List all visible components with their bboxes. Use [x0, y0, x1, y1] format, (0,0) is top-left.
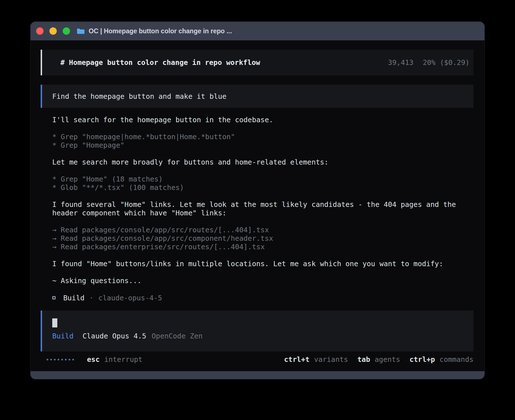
- esc-key-hint: esc: [87, 355, 100, 364]
- commands-label: commands: [440, 355, 473, 364]
- terminal-content: # Homepage button color change in repo w…: [30, 40, 485, 371]
- titlebar[interactable]: OC | Homepage button color change in rep…: [30, 22, 485, 40]
- agents-label: agents: [375, 355, 400, 364]
- assistant-text: I found "Home" buttons/links in multiple…: [52, 260, 473, 268]
- tool-call-read: → Read packages/console/app/src/routes/[…: [52, 226, 473, 234]
- terminal-window: OC | Homepage button color change in rep…: [30, 22, 485, 379]
- tab-key-hint: tab: [357, 355, 370, 364]
- model-label: Claude Opus 4.5: [82, 332, 146, 340]
- agent-name: Build: [63, 294, 84, 302]
- tool-call-read: → Read packages/enterprise/src/routes/[.…: [52, 243, 473, 251]
- context-usage: 20% ($0.29): [423, 58, 470, 67]
- close-button[interactable]: [36, 27, 43, 35]
- assistant-text: Let me search more broadly for buttons a…: [52, 158, 473, 167]
- variants-label: variants: [314, 355, 348, 364]
- text-cursor: [52, 318, 57, 327]
- tool-call-grep: * Grep "homepage|home.*button|Home.*butt…: [52, 133, 473, 141]
- session-title: # Homepage button color change in repo w…: [60, 58, 260, 67]
- traffic-lights: [36, 27, 70, 35]
- status-bar-right: ctrl+t variants tab agents ctrl+p comman…: [284, 355, 473, 364]
- shortcut-agents: tab agents: [357, 355, 400, 364]
- prompt-meta: Build Claude Opus 4.5 OpenCode Zen: [52, 332, 473, 340]
- folder-icon: [77, 28, 85, 34]
- assistant-text: I found several "Home" links. Let me loo…: [52, 200, 473, 217]
- provider-label: OpenCode Zen: [152, 332, 203, 340]
- tool-call-grep: * Grep "Homepage": [52, 141, 473, 150]
- zoom-button[interactable]: [63, 27, 70, 35]
- shortcut-commands: ctrl+p commands: [409, 355, 473, 364]
- status-bar-left: esc interrupt: [47, 355, 143, 364]
- assistant-text: I'll search for the homepage button in t…: [52, 116, 473, 124]
- tool-call-read: → Read packages/console/app/src/componen…: [52, 234, 473, 243]
- tool-call-glob: * Glob "**/*.tsx" (100 matches): [52, 183, 473, 192]
- status-bar: esc interrupt ctrl+t variants tab agents…: [41, 355, 473, 364]
- transcript: I'll search for the homepage button in t…: [52, 116, 473, 302]
- window-title: OC | Homepage button color change in rep…: [89, 27, 232, 35]
- prompt-input[interactable]: Build Claude Opus 4.5 OpenCode Zen: [41, 310, 473, 351]
- agent-icon: [52, 296, 56, 299]
- minimize-button[interactable]: [49, 27, 57, 35]
- agent-status-row: Build · claude-opus-4-5: [52, 294, 473, 302]
- interrupt-label: interrupt: [104, 355, 142, 364]
- shortcut-variants: ctrl+t variants: [284, 355, 348, 364]
- desktop: OC | Homepage button color change in rep…: [0, 0, 515, 420]
- session-header: # Homepage button color change in repo w…: [41, 50, 473, 75]
- token-count: 39,413: [388, 58, 413, 67]
- asking-questions-status: ~ Asking questions...: [52, 277, 473, 285]
- agent-mode-label: Build: [52, 332, 73, 340]
- ctrl-p-key-hint: ctrl+p: [409, 355, 435, 364]
- user-message: Find the homepage button and make it blu…: [41, 85, 473, 108]
- ctrl-t-key-hint: ctrl+t: [284, 355, 309, 364]
- agent-separator: ·: [89, 294, 93, 302]
- tool-call-grep: * Grep "Home" (18 matches): [52, 175, 473, 183]
- user-message-text: Find the homepage button and make it blu…: [52, 92, 226, 100]
- session-stats: 39,413 20% ($0.29): [388, 58, 470, 67]
- agent-model: claude-opus-4-5: [98, 294, 162, 302]
- spinner-dots: [47, 359, 74, 360]
